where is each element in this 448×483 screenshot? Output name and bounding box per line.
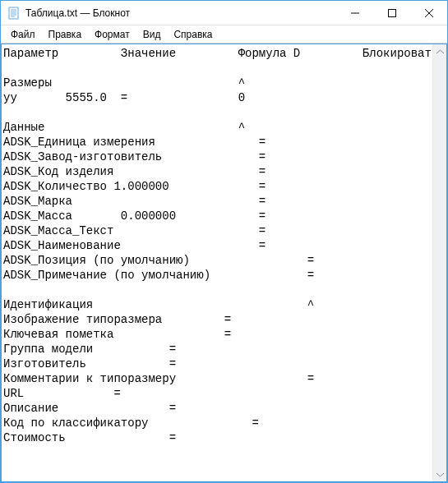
menu-file[interactable]: Файл bbox=[4, 27, 42, 42]
svg-rect-7 bbox=[388, 9, 395, 16]
scroll-up-arrow[interactable] bbox=[433, 44, 447, 58]
menu-help[interactable]: Справка bbox=[167, 27, 219, 42]
vertical-scrollbar[interactable] bbox=[432, 44, 446, 481]
notepad-window: Таблица.txt — Блокнот Файл Правка Формат… bbox=[0, 0, 448, 483]
minimize-button[interactable] bbox=[336, 1, 373, 25]
titlebar[interactable]: Таблица.txt — Блокнот bbox=[1, 1, 447, 25]
scroll-down-arrow[interactable] bbox=[433, 467, 447, 481]
client-area: Параметр Значение Формула D Блокировать … bbox=[1, 44, 447, 482]
menu-edit[interactable]: Правка bbox=[42, 27, 89, 42]
notepad-icon bbox=[7, 7, 21, 20]
maximize-button[interactable] bbox=[373, 1, 410, 25]
window-controls bbox=[336, 1, 447, 25]
menu-format[interactable]: Формат bbox=[88, 27, 136, 42]
text-editor[interactable]: Параметр Значение Формула D Блокировать … bbox=[2, 44, 432, 481]
close-button[interactable] bbox=[410, 1, 447, 25]
window-title: Таблица.txt — Блокнот bbox=[25, 7, 336, 19]
menubar: Файл Правка Формат Вид Справка bbox=[1, 25, 447, 44]
menu-view[interactable]: Вид bbox=[136, 27, 168, 42]
